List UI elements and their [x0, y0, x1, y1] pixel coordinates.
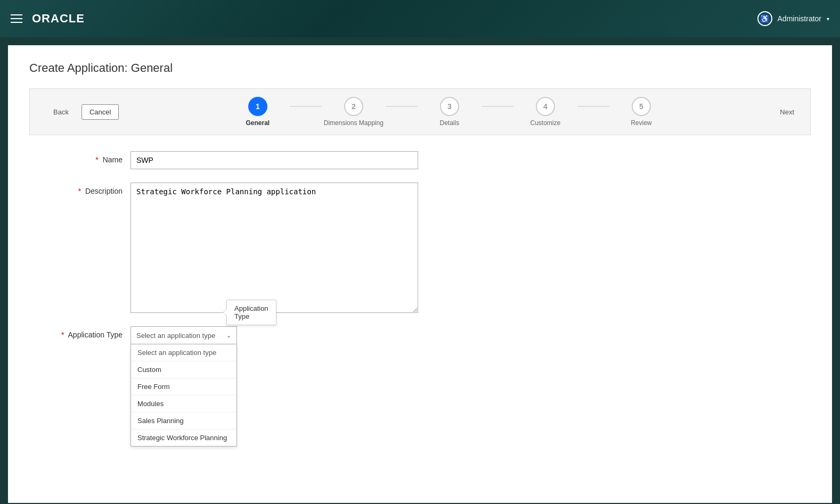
description-input[interactable]: Strategic Workforce Planning application [131, 183, 418, 313]
wizard-step-1: 1 General [226, 97, 290, 127]
wizard-step-4: 4 Customize [513, 97, 577, 127]
dropdown-item-swp[interactable]: Strategic Workforce Planning [131, 429, 236, 446]
app-type-label: * Application Type [40, 326, 131, 339]
name-required-star: * [95, 155, 98, 164]
dropdown-item-sales[interactable]: Sales Planning [131, 412, 236, 429]
step-label-4: Customize [530, 119, 560, 127]
wizard-step-3: 3 Details [418, 97, 482, 127]
dropdown-item-custom[interactable]: Custom [131, 361, 236, 378]
step-circle-1: 1 [248, 97, 267, 116]
header-left: ORACLE [11, 12, 85, 26]
back-button[interactable]: Back [46, 104, 76, 120]
form-section: * Name * Description Strategic Workforce… [29, 151, 811, 344]
page-title: Create Application: General [29, 61, 811, 75]
app-type-row: * Application Type Application Type Sele… [40, 326, 800, 344]
wizard-nav-left: Back Cancel [46, 104, 119, 120]
step-connector-4-5 [577, 106, 609, 107]
hamburger-menu[interactable] [11, 14, 22, 23]
step-label-2: Dimensions Mapping [324, 119, 384, 127]
admin-label: Administrator [778, 14, 821, 23]
header-right: ♿ Administrator ▾ [757, 11, 829, 26]
name-label: * Name [40, 151, 131, 164]
wizard-step-2: 2 Dimensions Mapping [322, 97, 386, 127]
app-type-wrapper: Application Type Select an application t… [131, 326, 237, 344]
wizard-nav-right: Next [780, 107, 794, 117]
dropdown-item-placeholder[interactable]: Select an application type [131, 344, 236, 361]
step-circle-5: 5 [632, 97, 651, 116]
admin-dropdown-arrow[interactable]: ▾ [827, 16, 829, 22]
step-circle-3: 3 [440, 97, 459, 116]
app-type-selected-label: Select an application type [136, 332, 215, 340]
name-input[interactable] [131, 151, 418, 169]
app-type-dropdown-list: Select an application type Custom Free F… [131, 344, 237, 447]
description-required-star: * [78, 187, 81, 195]
step-circle-2: 2 [344, 97, 363, 116]
app-type-tooltip: Application Type [226, 300, 276, 325]
page-container: Create Application: General Back Cancel … [8, 45, 832, 503]
app-type-select[interactable]: Select an application type ⌄ [131, 326, 237, 344]
user-avatar: ♿ [757, 11, 772, 26]
name-row: * Name [40, 151, 800, 169]
step-connector-3-4 [482, 106, 513, 107]
description-row: * Description Strategic Workforce Planni… [40, 183, 800, 313]
next-button[interactable]: Next [780, 108, 794, 116]
app-type-required-star: * [61, 331, 64, 339]
cancel-button[interactable]: Cancel [81, 104, 119, 120]
step-circle-4: 4 [536, 97, 555, 116]
main-content: Create Application: General Back Cancel … [8, 45, 832, 503]
dropdown-item-modules[interactable]: Modules [131, 395, 236, 412]
wizard-bar: Back Cancel 1 General 2 Dimensions Mappi… [29, 88, 811, 135]
step-connector-2-3 [386, 106, 418, 107]
step-connector-1-2 [290, 106, 322, 107]
header: ORACLE ♿ Administrator ▾ [0, 0, 840, 37]
description-label: * Description [40, 183, 131, 195]
wizard-steps: 1 General 2 Dimensions Mapping 3 Details [119, 97, 780, 127]
dropdown-item-freeform[interactable]: Free Form [131, 378, 236, 395]
step-label-1: General [246, 119, 270, 127]
chevron-down-icon: ⌄ [226, 332, 231, 339]
wizard-step-5: 5 Review [609, 97, 673, 127]
step-label-3: Details [439, 119, 459, 127]
step-label-5: Review [631, 119, 651, 127]
oracle-logo: ORACLE [32, 12, 85, 26]
